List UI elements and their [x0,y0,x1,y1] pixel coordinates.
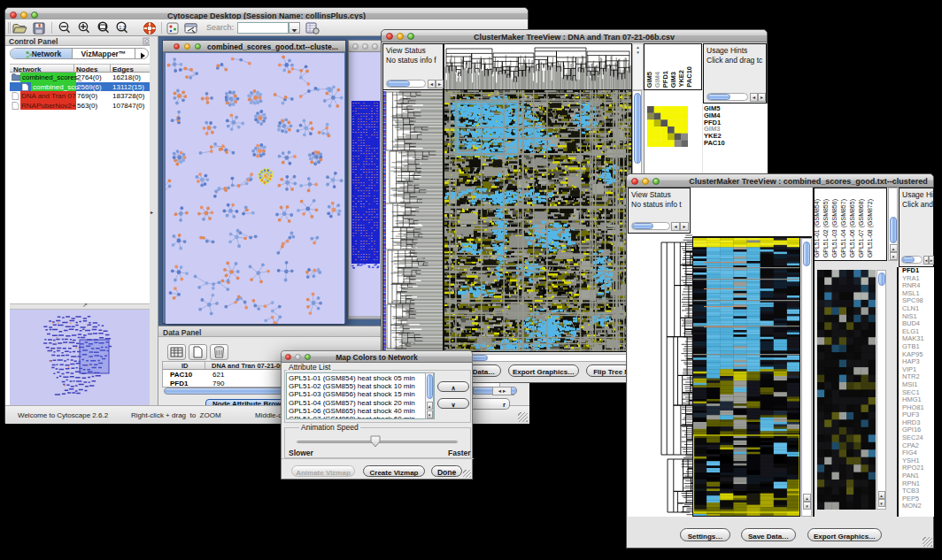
svg-text:1:1: 1:1 [119,25,126,30]
